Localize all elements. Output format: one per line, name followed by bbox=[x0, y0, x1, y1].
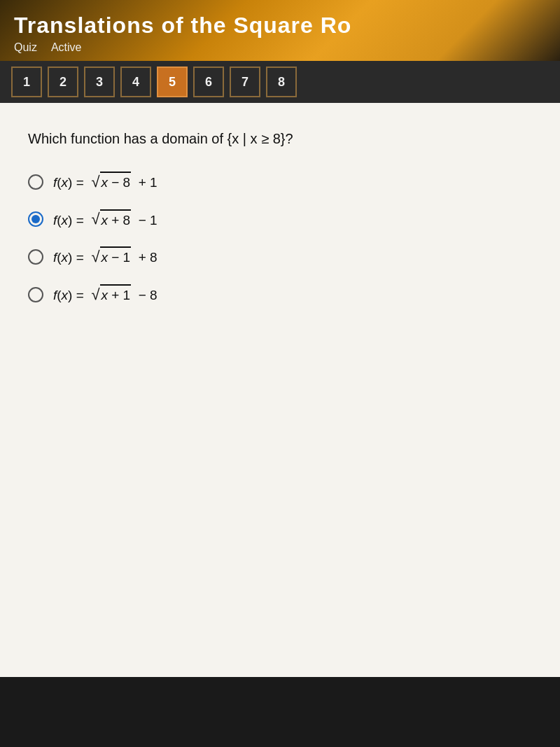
quiz-navigation: 1 2 3 4 5 6 7 8 bbox=[0, 61, 560, 103]
option-b[interactable]: f(x) = √ x + 8 − 1 bbox=[28, 209, 532, 230]
quiz-btn-2[interactable]: 2 bbox=[48, 67, 78, 97]
header-subtitle: Quiz Active bbox=[14, 41, 546, 54]
quiz-btn-8[interactable]: 8 bbox=[266, 67, 297, 97]
quiz-label: Quiz bbox=[14, 41, 37, 54]
status-badge: Active bbox=[51, 41, 82, 54]
quiz-btn-7[interactable]: 7 bbox=[230, 67, 260, 97]
quiz-btn-1[interactable]: 1 bbox=[11, 67, 42, 97]
option-a[interactable]: f(x) = √ x − 8 + 1 bbox=[28, 172, 532, 193]
option-d[interactable]: f(x) = √ x + 1 − 8 bbox=[28, 284, 532, 305]
quiz-btn-6[interactable]: 6 bbox=[193, 67, 224, 97]
option-a-label: f(x) = √ x − 8 + 1 bbox=[53, 172, 158, 193]
radio-b-inner bbox=[31, 215, 40, 223]
option-c-label: f(x) = √ x − 1 + 8 bbox=[53, 246, 158, 267]
option-b-label: f(x) = √ x + 8 − 1 bbox=[53, 209, 158, 230]
radio-c[interactable] bbox=[28, 249, 43, 265]
radio-a[interactable] bbox=[28, 174, 43, 190]
radio-b[interactable] bbox=[28, 211, 43, 227]
radio-d[interactable] bbox=[28, 287, 43, 302]
option-c[interactable]: f(x) = √ x − 1 + 8 bbox=[28, 246, 532, 267]
page-title: Translations of the Square Ro bbox=[14, 13, 546, 39]
options-list: f(x) = √ x − 8 + 1 f(x) = √ x + 8 − 1 bbox=[28, 172, 532, 305]
quiz-btn-5[interactable]: 5 bbox=[157, 67, 188, 97]
page-header: Translations of the Square Ro Quiz Activ… bbox=[0, 0, 560, 61]
option-d-label: f(x) = √ x + 1 − 8 bbox=[53, 284, 158, 305]
quiz-btn-4[interactable]: 4 bbox=[120, 67, 151, 97]
main-content: Which function has a domain of {x | x ≥ … bbox=[0, 103, 560, 677]
quiz-btn-3[interactable]: 3 bbox=[84, 67, 115, 97]
question-text: Which function has a domain of {x | x ≥ … bbox=[28, 128, 532, 149]
